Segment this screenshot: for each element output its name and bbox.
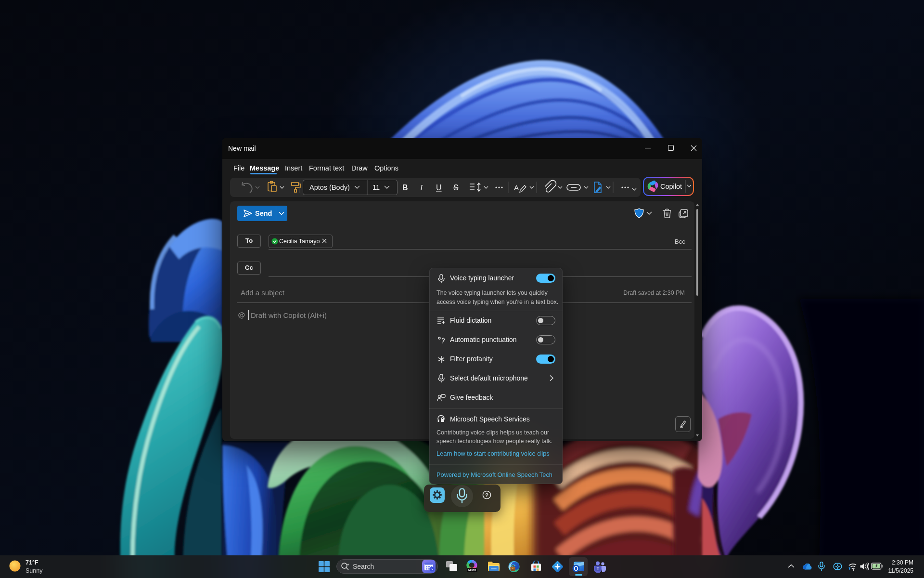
svg-text:T: T: [597, 566, 600, 571]
svg-text:U: U: [436, 184, 442, 192]
svg-text:Send: Send: [255, 210, 272, 217]
svg-text:Copilot: Copilot: [660, 183, 682, 190]
svg-text:S: S: [453, 184, 459, 192]
svg-text:Aptos (Body): Aptos (Body): [309, 184, 350, 191]
svg-text:A: A: [514, 184, 519, 192]
svg-text:I: I: [420, 184, 423, 192]
svg-text:B: B: [402, 184, 408, 192]
svg-text:11: 11: [372, 184, 380, 191]
svg-text:?: ?: [485, 492, 488, 498]
svg-text:M365: M365: [468, 568, 476, 572]
